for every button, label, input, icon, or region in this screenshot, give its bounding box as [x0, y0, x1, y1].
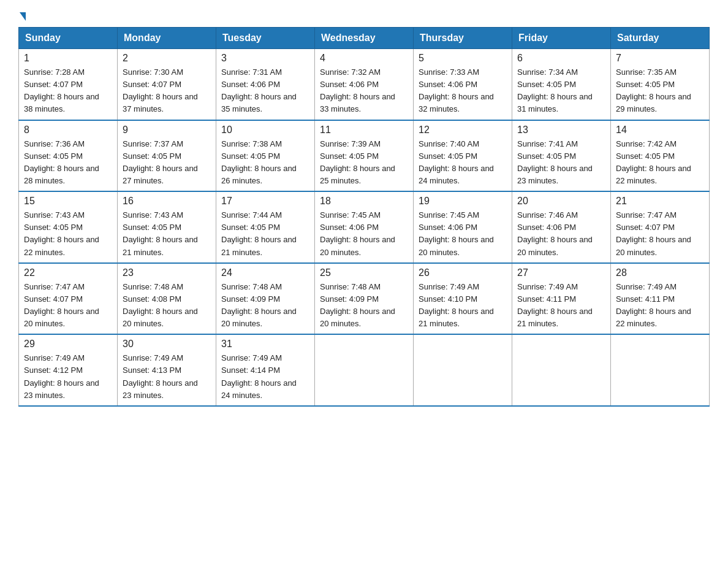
day-info: Sunrise: 7:49 AM Sunset: 4:14 PM Dayligh…: [221, 352, 309, 402]
day-info: Sunrise: 7:48 AM Sunset: 4:08 PM Dayligh…: [123, 281, 211, 331]
day-info: Sunrise: 7:46 AM Sunset: 4:06 PM Dayligh…: [517, 209, 605, 259]
day-info: Sunrise: 7:39 AM Sunset: 4:05 PM Dayligh…: [320, 138, 408, 188]
day-info: Sunrise: 7:44 AM Sunset: 4:05 PM Dayligh…: [221, 209, 309, 259]
calendar-week-row: 29 Sunrise: 7:49 AM Sunset: 4:12 PM Dayl…: [19, 334, 710, 406]
day-number: 29: [24, 339, 112, 350]
calendar-cell: 11 Sunrise: 7:39 AM Sunset: 4:05 PM Dayl…: [315, 120, 414, 192]
calendar-cell: 8 Sunrise: 7:36 AM Sunset: 4:05 PM Dayli…: [19, 120, 118, 192]
calendar-cell: 17 Sunrise: 7:44 AM Sunset: 4:05 PM Dayl…: [216, 191, 315, 263]
day-number: 16: [123, 196, 211, 207]
day-number: 9: [123, 124, 211, 136]
calendar-cell: 29 Sunrise: 7:49 AM Sunset: 4:12 PM Dayl…: [19, 334, 118, 406]
calendar-cell: 25 Sunrise: 7:48 AM Sunset: 4:09 PM Dayl…: [315, 263, 414, 335]
day-number: 30: [123, 339, 211, 350]
calendar-header: SundayMondayTuesdayWednesdayThursdayFrid…: [19, 28, 710, 49]
calendar-cell: 21 Sunrise: 7:47 AM Sunset: 4:07 PM Dayl…: [611, 191, 710, 263]
day-info: Sunrise: 7:49 AM Sunset: 4:11 PM Dayligh…: [517, 281, 605, 331]
calendar-cell: 23 Sunrise: 7:48 AM Sunset: 4:08 PM Dayl…: [118, 263, 216, 335]
day-info: Sunrise: 7:43 AM Sunset: 4:05 PM Dayligh…: [24, 209, 112, 259]
weekday-header: Monday: [118, 28, 216, 49]
day-info: Sunrise: 7:45 AM Sunset: 4:06 PM Dayligh…: [320, 209, 408, 259]
day-info: Sunrise: 7:49 AM Sunset: 4:13 PM Dayligh…: [123, 352, 211, 402]
calendar-cell: 12 Sunrise: 7:40 AM Sunset: 4:05 PM Dayl…: [414, 120, 512, 192]
calendar-cell: 31 Sunrise: 7:49 AM Sunset: 4:14 PM Dayl…: [216, 334, 315, 406]
day-info: Sunrise: 7:48 AM Sunset: 4:09 PM Dayligh…: [320, 281, 408, 331]
calendar-week-row: 22 Sunrise: 7:47 AM Sunset: 4:07 PM Dayl…: [19, 263, 710, 335]
calendar-cell: 18 Sunrise: 7:45 AM Sunset: 4:06 PM Dayl…: [315, 191, 414, 263]
calendar-week-row: 15 Sunrise: 7:43 AM Sunset: 4:05 PM Dayl…: [19, 191, 710, 263]
day-info: Sunrise: 7:47 AM Sunset: 4:07 PM Dayligh…: [24, 281, 112, 331]
weekday-header: Friday: [512, 28, 611, 49]
calendar-cell: 24 Sunrise: 7:48 AM Sunset: 4:09 PM Dayl…: [216, 263, 315, 335]
day-number: 10: [221, 124, 309, 136]
calendar-cell: 4 Sunrise: 7:32 AM Sunset: 4:06 PM Dayli…: [315, 49, 414, 120]
day-info: Sunrise: 7:32 AM Sunset: 4:06 PM Dayligh…: [320, 66, 408, 116]
calendar-cell: 22 Sunrise: 7:47 AM Sunset: 4:07 PM Dayl…: [19, 263, 118, 335]
day-number: 8: [24, 124, 112, 136]
calendar-cell: 26 Sunrise: 7:49 AM Sunset: 4:10 PM Dayl…: [414, 263, 512, 335]
day-number: 7: [616, 53, 704, 64]
calendar-table: SundayMondayTuesdayWednesdayThursdayFrid…: [18, 27, 710, 407]
day-number: 19: [419, 196, 507, 207]
day-info: Sunrise: 7:34 AM Sunset: 4:05 PM Dayligh…: [517, 66, 605, 116]
calendar-body: 1 Sunrise: 7:28 AM Sunset: 4:07 PM Dayli…: [19, 49, 710, 406]
day-info: Sunrise: 7:48 AM Sunset: 4:09 PM Dayligh…: [221, 281, 309, 331]
weekday-row: SundayMondayTuesdayWednesdayThursdayFrid…: [19, 28, 710, 49]
calendar-week-row: 8 Sunrise: 7:36 AM Sunset: 4:05 PM Dayli…: [19, 120, 710, 192]
calendar-cell: [512, 334, 611, 406]
day-info: Sunrise: 7:35 AM Sunset: 4:05 PM Dayligh…: [616, 66, 704, 116]
calendar-cell: 14 Sunrise: 7:42 AM Sunset: 4:05 PM Dayl…: [611, 120, 710, 192]
calendar-cell: 16 Sunrise: 7:43 AM Sunset: 4:05 PM Dayl…: [118, 191, 216, 263]
day-number: 14: [616, 124, 704, 136]
logo-triangle-icon: [20, 12, 26, 21]
day-number: 6: [517, 53, 605, 64]
calendar-cell: [315, 334, 414, 406]
day-info: Sunrise: 7:45 AM Sunset: 4:06 PM Dayligh…: [419, 209, 507, 259]
calendar-cell: 6 Sunrise: 7:34 AM Sunset: 4:05 PM Dayli…: [512, 49, 611, 120]
day-info: Sunrise: 7:42 AM Sunset: 4:05 PM Dayligh…: [616, 138, 704, 188]
calendar-cell: [611, 334, 710, 406]
day-info: Sunrise: 7:31 AM Sunset: 4:06 PM Dayligh…: [221, 66, 309, 116]
day-number: 25: [320, 267, 408, 278]
weekday-header: Wednesday: [315, 28, 414, 49]
calendar-cell: 30 Sunrise: 7:49 AM Sunset: 4:13 PM Dayl…: [118, 334, 216, 406]
day-number: 17: [221, 196, 309, 207]
day-number: 13: [517, 124, 605, 136]
day-info: Sunrise: 7:36 AM Sunset: 4:05 PM Dayligh…: [24, 138, 112, 188]
weekday-header: Tuesday: [216, 28, 315, 49]
day-number: 27: [517, 267, 605, 278]
calendar-cell: 10 Sunrise: 7:38 AM Sunset: 4:05 PM Dayl…: [216, 120, 315, 192]
calendar-cell: 19 Sunrise: 7:45 AM Sunset: 4:06 PM Dayl…: [414, 191, 512, 263]
day-number: 31: [221, 339, 309, 350]
page-header: [18, 12, 710, 21]
weekday-header: Saturday: [611, 28, 710, 49]
day-info: Sunrise: 7:28 AM Sunset: 4:07 PM Dayligh…: [24, 66, 112, 116]
day-info: Sunrise: 7:49 AM Sunset: 4:11 PM Dayligh…: [616, 281, 704, 331]
day-info: Sunrise: 7:38 AM Sunset: 4:05 PM Dayligh…: [221, 138, 309, 188]
day-number: 24: [221, 267, 309, 278]
logo[interactable]: [18, 12, 26, 21]
day-info: Sunrise: 7:49 AM Sunset: 4:12 PM Dayligh…: [24, 352, 112, 402]
calendar-cell: 7 Sunrise: 7:35 AM Sunset: 4:05 PM Dayli…: [611, 49, 710, 120]
day-number: 2: [123, 53, 211, 64]
day-info: Sunrise: 7:43 AM Sunset: 4:05 PM Dayligh…: [123, 209, 211, 259]
calendar-cell: 2 Sunrise: 7:30 AM Sunset: 4:07 PM Dayli…: [118, 49, 216, 120]
day-number: 3: [221, 53, 309, 64]
day-info: Sunrise: 7:47 AM Sunset: 4:07 PM Dayligh…: [616, 209, 704, 259]
day-number: 18: [320, 196, 408, 207]
calendar-week-row: 1 Sunrise: 7:28 AM Sunset: 4:07 PM Dayli…: [19, 49, 710, 120]
calendar-cell: 15 Sunrise: 7:43 AM Sunset: 4:05 PM Dayl…: [19, 191, 118, 263]
calendar-cell: [414, 334, 512, 406]
day-number: 12: [419, 124, 507, 136]
day-number: 11: [320, 124, 408, 136]
day-info: Sunrise: 7:49 AM Sunset: 4:10 PM Dayligh…: [419, 281, 507, 331]
day-info: Sunrise: 7:40 AM Sunset: 4:05 PM Dayligh…: [419, 138, 507, 188]
day-number: 26: [419, 267, 507, 278]
day-number: 15: [24, 196, 112, 207]
day-info: Sunrise: 7:37 AM Sunset: 4:05 PM Dayligh…: [123, 138, 211, 188]
day-number: 4: [320, 53, 408, 64]
day-number: 21: [616, 196, 704, 207]
weekday-header: Sunday: [19, 28, 118, 49]
day-number: 22: [24, 267, 112, 278]
day-info: Sunrise: 7:33 AM Sunset: 4:06 PM Dayligh…: [419, 66, 507, 116]
